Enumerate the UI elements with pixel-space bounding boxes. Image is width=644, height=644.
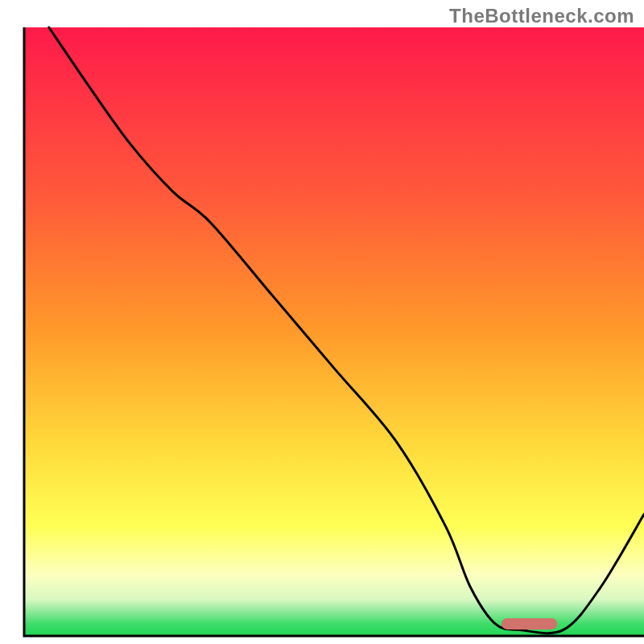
chart-canvas: TheBottleneck.com	[0, 0, 644, 644]
chart-svg	[0, 0, 644, 644]
watermark-text: TheBottleneck.com	[449, 5, 634, 27]
plot-background	[24, 27, 644, 636]
optimal-marker	[502, 618, 557, 630]
